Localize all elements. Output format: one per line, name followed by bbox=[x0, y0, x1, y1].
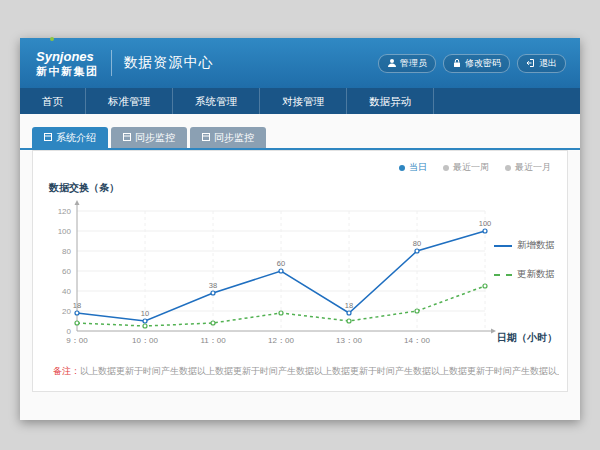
svg-text:11：00: 11：00 bbox=[200, 336, 226, 345]
filter-today[interactable]: 当日 bbox=[399, 161, 427, 174]
brand-text: Synjones bbox=[36, 50, 99, 63]
y-axis-title: 数据交换（条） bbox=[49, 181, 119, 195]
svg-text:20: 20 bbox=[62, 307, 71, 316]
filter-last-week[interactable]: 最近一周 bbox=[443, 161, 489, 174]
brand-subtitle: 新中新集团 bbox=[36, 65, 99, 77]
time-range-filters: 当日 最近一周 最近一月 bbox=[399, 161, 551, 174]
window-icon bbox=[44, 132, 52, 143]
user-button[interactable]: 管理员 bbox=[378, 54, 436, 73]
nav-item-home[interactable]: 首页 bbox=[20, 88, 86, 114]
footnote-prefix: 备注： bbox=[53, 366, 80, 376]
filter-label: 当日 bbox=[409, 161, 427, 174]
tab-bar: 系统介绍 同步监控 同步监控 bbox=[32, 127, 266, 148]
radio-dot-icon bbox=[505, 165, 511, 171]
header-actions: 管理员 修改密码 退出 bbox=[378, 54, 566, 73]
svg-text:10: 10 bbox=[141, 309, 149, 318]
svg-text:18: 18 bbox=[73, 301, 81, 310]
svg-text:38: 38 bbox=[209, 281, 217, 290]
legend-label: 更新数据 bbox=[517, 268, 555, 281]
nav-item-system-mgmt[interactable]: 系统管理 bbox=[173, 88, 260, 114]
tab-label: 系统介绍 bbox=[56, 131, 96, 145]
svg-text:14：00: 14：00 bbox=[404, 336, 430, 345]
svg-text:12：00: 12：00 bbox=[268, 336, 294, 345]
chart-panel: 当日 最近一周 最近一月 数据交换（条） 0204060801001209：00… bbox=[32, 150, 568, 392]
change-password-label: 修改密码 bbox=[465, 57, 501, 70]
legend-label: 新增数据 bbox=[517, 239, 555, 252]
change-password-button[interactable]: 修改密码 bbox=[443, 54, 510, 73]
nav-item-data-changes[interactable]: 数据异动 bbox=[347, 88, 434, 114]
svg-text:0: 0 bbox=[67, 327, 72, 336]
radio-dot-icon bbox=[443, 165, 449, 171]
svg-text:60: 60 bbox=[277, 259, 285, 268]
svg-text:10：00: 10：00 bbox=[132, 336, 158, 345]
svg-text:60: 60 bbox=[62, 267, 71, 276]
app-window: Synjones 新中新集团 数据资源中心 管理员 修改密码 bbox=[20, 38, 580, 420]
logout-icon bbox=[526, 58, 536, 68]
svg-text:100: 100 bbox=[58, 227, 72, 236]
footnote: 备注：以上数据更新于时间产生数据以上数据更新于时间产生数据以上数据更新于时间产生… bbox=[53, 365, 559, 378]
svg-text:120: 120 bbox=[58, 207, 72, 216]
svg-text:80: 80 bbox=[62, 247, 71, 256]
tab-sync-monitor-2[interactable]: 同步监控 bbox=[190, 127, 266, 148]
desktop-background: Synjones 新中新集团 数据资源中心 管理员 修改密码 bbox=[0, 0, 600, 450]
x-axis-title: 日期（小时） bbox=[497, 331, 557, 345]
logout-button[interactable]: 退出 bbox=[517, 54, 566, 73]
window-icon bbox=[202, 132, 210, 143]
header-divider bbox=[111, 50, 112, 76]
footnote-text: 以上数据更新于时间产生数据以上数据更新于时间产生数据以上数据更新于时间产生数据以… bbox=[80, 366, 559, 376]
tab-sync-monitor-1[interactable]: 同步监控 bbox=[111, 127, 187, 148]
tab-system-intro[interactable]: 系统介绍 bbox=[32, 127, 108, 148]
nav-item-integration-mgmt[interactable]: 对接管理 bbox=[260, 88, 347, 114]
filter-label: 最近一周 bbox=[453, 161, 489, 174]
user-label: 管理员 bbox=[400, 57, 427, 70]
page-title: 数据资源中心 bbox=[124, 54, 214, 72]
radio-dot-icon bbox=[399, 165, 405, 171]
legend-new-data[interactable]: 新增数据 bbox=[494, 239, 555, 252]
svg-text:100: 100 bbox=[479, 219, 492, 228]
lock-icon bbox=[452, 58, 462, 68]
legend-update-data[interactable]: 更新数据 bbox=[494, 268, 555, 281]
brand-dot-icon bbox=[50, 37, 54, 41]
svg-text:18: 18 bbox=[345, 301, 353, 310]
main-navbar: 首页 标准管理 系统管理 对接管理 数据异动 bbox=[20, 88, 580, 114]
window-icon bbox=[123, 132, 131, 143]
line-swatch bbox=[494, 245, 512, 247]
series-legend: 新增数据 更新数据 bbox=[494, 239, 555, 281]
svg-text:13：00: 13：00 bbox=[336, 336, 362, 345]
tab-label: 同步监控 bbox=[135, 131, 175, 145]
tab-label: 同步监控 bbox=[214, 131, 254, 145]
content-area: 系统介绍 同步监控 同步监控 bbox=[20, 114, 580, 420]
svg-text:80: 80 bbox=[413, 239, 421, 248]
user-icon bbox=[387, 58, 397, 68]
svg-text:40: 40 bbox=[62, 287, 71, 296]
nav-item-standard-mgmt[interactable]: 标准管理 bbox=[86, 88, 173, 114]
company-logo: Synjones 新中新集团 bbox=[36, 50, 99, 77]
line-chart: 0204060801001209：0010：0011：0012：0013：001… bbox=[47, 197, 499, 357]
filter-label: 最近一月 bbox=[515, 161, 551, 174]
logout-label: 退出 bbox=[539, 57, 557, 70]
line-swatch bbox=[494, 274, 512, 276]
app-header: Synjones 新中新集团 数据资源中心 管理员 修改密码 bbox=[20, 38, 580, 88]
svg-text:9：00: 9：00 bbox=[66, 336, 88, 345]
filter-last-month[interactable]: 最近一月 bbox=[505, 161, 551, 174]
